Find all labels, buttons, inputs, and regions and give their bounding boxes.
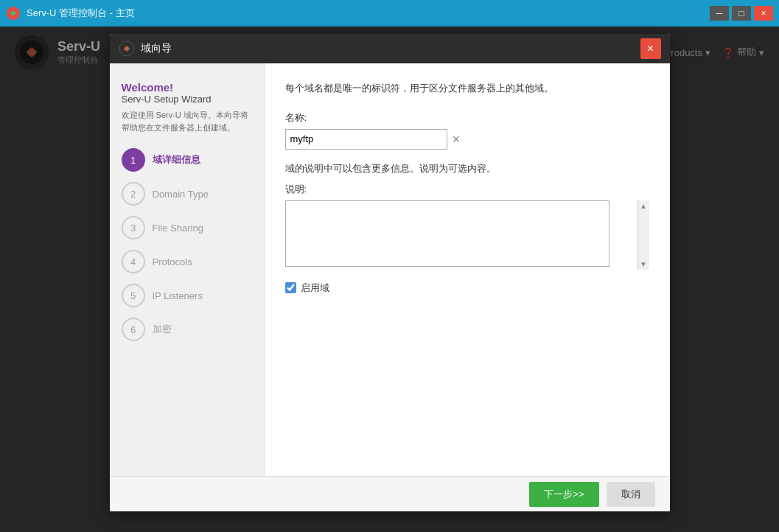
step-label-3: File Sharing [153, 223, 203, 234]
next-button[interactable]: 下一步>> [529, 482, 598, 507]
dialog-logo-icon [119, 41, 135, 57]
welcome-title: Welcome! [122, 81, 252, 94]
step-label-6: 加密 [153, 323, 172, 336]
intro-text: 每个域名都是唯一的标识符，用于区分文件服务器上的其他域。 [285, 81, 649, 97]
desc-label: 说明: [285, 183, 649, 196]
name-clear-button[interactable]: ✕ [452, 133, 461, 145]
desc-textarea[interactable] [285, 200, 609, 267]
dialog-main: 每个域名都是唯一的标识符，用于区分文件服务器上的其他域。 名称: ✕ 域的说明中… [265, 63, 670, 476]
step-label-4: Protocols [153, 256, 192, 267]
sidebar-steps: 1 域详细信息 2 Domain Type 3 File Sharing 4 [122, 148, 252, 341]
dialog-title: 域向导 [141, 42, 172, 55]
sidebar-step-6[interactable]: 6 加密 [122, 318, 252, 341]
step-label-1: 域详细信息 [153, 153, 200, 167]
scroll-down-arrow[interactable]: ▼ [640, 260, 647, 268]
step-label-5: IP Listeners [153, 290, 203, 301]
title-bar: Serv-U 管理控制台 - 主页 ─ □ × [0, 0, 779, 27]
name-input[interactable] [285, 129, 447, 150]
window-title: Serv-U 管理控制台 - 主页 [27, 7, 135, 20]
desc-intro-text: 域的说明中可以包含更多信息。说明为可选内容。 [285, 161, 649, 177]
minimize-button[interactable]: ─ [710, 6, 729, 21]
step-circle-2: 2 [122, 182, 145, 206]
enable-domain-checkbox[interactable] [285, 282, 296, 293]
step-circle-6: 6 [122, 318, 145, 341]
maximize-button[interactable]: □ [732, 6, 751, 21]
cancel-button[interactable]: 取消 [607, 482, 655, 507]
title-bar-left: Serv-U 管理控制台 - 主页 [6, 6, 135, 21]
sidebar-step-1[interactable]: 1 域详细信息 [122, 148, 252, 172]
desc-textarea-wrap: ▲ ▼ [285, 200, 649, 270]
step-label-2: Domain Type [153, 189, 209, 200]
sidebar-welcome: Welcome! Serv-U Setup Wizard 欢迎使用 Serv-U… [122, 81, 252, 133]
dialog-titlebar: 域向导 × [110, 34, 670, 63]
name-label: 名称: [285, 111, 649, 125]
step-circle-3: 3 [122, 216, 145, 239]
welcome-subtitle: Serv-U Setup Wizard [122, 94, 252, 105]
enable-domain-label[interactable]: 启用域 [301, 281, 329, 295]
domain-wizard-dialog: 域向导 × Welcome! Serv-U Setup Wizard 欢迎使用 … [110, 34, 670, 511]
window-controls: ─ □ × [710, 6, 773, 21]
dialog-body: Welcome! Serv-U Setup Wizard 欢迎使用 Serv-U… [110, 63, 670, 476]
textarea-scrollbar: ▲ ▼ [637, 200, 649, 270]
scroll-up-arrow[interactable]: ▲ [640, 202, 647, 210]
step-circle-5: 5 [122, 284, 145, 307]
enable-domain-row: 启用域 [285, 281, 649, 295]
window-close-button[interactable]: × [754, 6, 773, 21]
sidebar-step-5[interactable]: 5 IP Listeners [122, 284, 252, 307]
welcome-desc: 欢迎使用 Serv-U 域向导。本向导将帮助您在文件服务器上创建域。 [122, 109, 252, 133]
dialog-footer: 下一步>> 取消 [110, 476, 670, 511]
dialog-close-button[interactable]: × [640, 38, 661, 59]
step-circle-4: 4 [122, 250, 145, 273]
app-container: Serv-U 管理控制台 ▦ Serv-U Products ▾ ❓ 帮助 ▾ [0, 27, 779, 532]
sidebar-step-2[interactable]: 2 Domain Type [122, 182, 252, 206]
app-icon [6, 6, 21, 21]
sidebar-step-3[interactable]: 3 File Sharing [122, 216, 252, 239]
step-circle-1: 1 [122, 148, 145, 172]
sidebar-step-4[interactable]: 4 Protocols [122, 250, 252, 273]
name-input-row: ✕ [285, 129, 649, 150]
dialog-overlay: 域向导 × Welcome! Serv-U Setup Wizard 欢迎使用 … [0, 27, 779, 532]
dialog-sidebar: Welcome! Serv-U Setup Wizard 欢迎使用 Serv-U… [110, 63, 265, 476]
dialog-titlebar-left: 域向导 [119, 41, 172, 57]
